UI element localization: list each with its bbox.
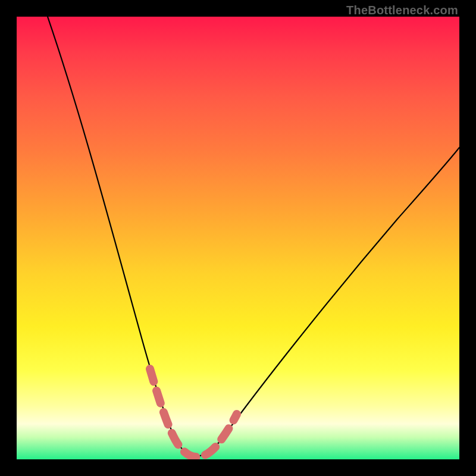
optimal-range-highlight [150, 369, 237, 457]
chart-frame: TheBottleneck.com [0, 0, 476, 476]
plot-area [17, 17, 459, 459]
watermark-text: TheBottleneck.com [346, 4, 458, 17]
bottleneck-curve [48, 17, 459, 456]
curve-layer [17, 17, 459, 459]
